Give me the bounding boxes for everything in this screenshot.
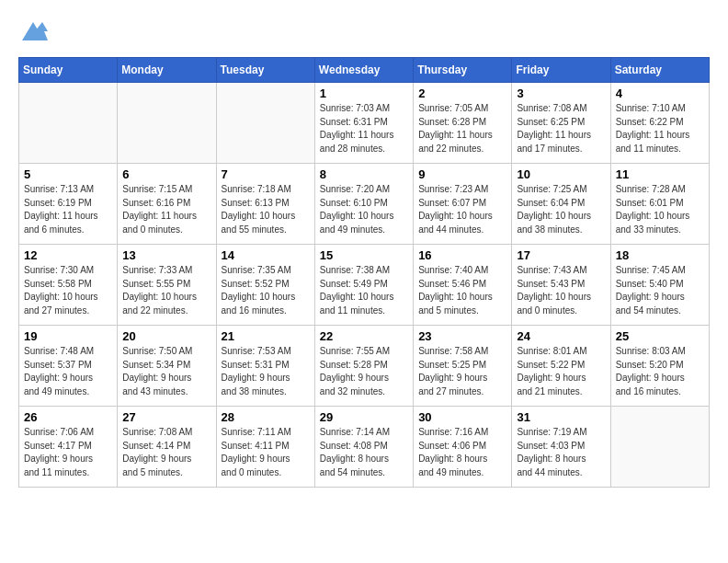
day-info: Sunrise: 7:43 AM Sunset: 5:43 PM Dayligh…	[517, 264, 605, 317]
calendar-cell	[216, 83, 314, 164]
day-info: Sunrise: 7:14 AM Sunset: 4:08 PM Dayligh…	[320, 426, 408, 479]
svg-marker-0	[22, 22, 48, 40]
day-info: Sunrise: 7:28 AM Sunset: 6:01 PM Dayligh…	[616, 183, 704, 236]
calendar-cell: 2Sunrise: 7:05 AM Sunset: 6:28 PM Daylig…	[414, 83, 512, 164]
day-info: Sunrise: 7:08 AM Sunset: 4:14 PM Dayligh…	[122, 426, 210, 479]
day-number: 7	[222, 167, 310, 181]
calendar-cell: 24Sunrise: 8:01 AM Sunset: 5:22 PM Dayli…	[512, 326, 610, 407]
day-number: 14	[222, 248, 310, 262]
calendar-cell	[19, 83, 118, 164]
day-info: Sunrise: 7:11 AM Sunset: 4:11 PM Dayligh…	[222, 426, 310, 479]
day-number: 26	[24, 410, 112, 424]
day-number: 2	[418, 86, 506, 100]
logo	[18, 18, 51, 48]
calendar-cell: 8Sunrise: 7:20 AM Sunset: 6:10 PM Daylig…	[314, 164, 413, 245]
calendar-cell: 18Sunrise: 7:45 AM Sunset: 5:40 PM Dayli…	[610, 245, 709, 326]
calendar-cell: 31Sunrise: 7:19 AM Sunset: 4:03 PM Dayli…	[512, 407, 610, 488]
day-number: 28	[222, 410, 310, 424]
logo-icon	[18, 18, 48, 48]
calendar-cell: 4Sunrise: 7:10 AM Sunset: 6:22 PM Daylig…	[610, 83, 709, 164]
calendar-week-row: 26Sunrise: 7:06 AM Sunset: 4:17 PM Dayli…	[19, 407, 710, 488]
day-info: Sunrise: 7:33 AM Sunset: 5:55 PM Dayligh…	[122, 264, 210, 317]
calendar-cell: 11Sunrise: 7:28 AM Sunset: 6:01 PM Dayli…	[610, 164, 709, 245]
day-info: Sunrise: 7:35 AM Sunset: 5:52 PM Dayligh…	[222, 264, 310, 317]
calendar-cell: 26Sunrise: 7:06 AM Sunset: 4:17 PM Dayli…	[19, 407, 118, 488]
day-number: 23	[418, 329, 506, 343]
calendar-cell: 6Sunrise: 7:15 AM Sunset: 6:16 PM Daylig…	[118, 164, 216, 245]
day-number: 10	[517, 167, 605, 181]
day-number: 8	[320, 167, 408, 181]
day-info: Sunrise: 8:03 AM Sunset: 5:20 PM Dayligh…	[616, 345, 704, 398]
day-info: Sunrise: 7:53 AM Sunset: 5:31 PM Dayligh…	[222, 345, 310, 398]
calendar-cell: 22Sunrise: 7:55 AM Sunset: 5:28 PM Dayli…	[314, 326, 413, 407]
weekday-header: Sunday	[19, 58, 118, 83]
calendar-cell	[118, 83, 216, 164]
day-number: 9	[418, 167, 506, 181]
calendar-week-row: 12Sunrise: 7:30 AM Sunset: 5:58 PM Dayli…	[19, 245, 710, 326]
day-info: Sunrise: 7:30 AM Sunset: 5:58 PM Dayligh…	[24, 264, 112, 317]
day-info: Sunrise: 7:55 AM Sunset: 5:28 PM Dayligh…	[320, 345, 408, 398]
calendar-cell: 10Sunrise: 7:25 AM Sunset: 6:04 PM Dayli…	[512, 164, 610, 245]
day-info: Sunrise: 7:06 AM Sunset: 4:17 PM Dayligh…	[24, 426, 112, 479]
day-number: 20	[122, 329, 210, 343]
day-number: 5	[24, 167, 112, 181]
weekday-header: Thursday	[414, 58, 512, 83]
calendar-cell: 23Sunrise: 7:58 AM Sunset: 5:25 PM Dayli…	[414, 326, 512, 407]
day-info: Sunrise: 7:18 AM Sunset: 6:13 PM Dayligh…	[222, 183, 310, 236]
day-number: 13	[122, 248, 210, 262]
day-info: Sunrise: 7:15 AM Sunset: 6:16 PM Dayligh…	[122, 183, 210, 236]
day-number: 3	[517, 86, 605, 100]
calendar-cell: 27Sunrise: 7:08 AM Sunset: 4:14 PM Dayli…	[118, 407, 216, 488]
page-header	[18, 18, 710, 48]
day-number: 25	[616, 329, 704, 343]
calendar-cell: 15Sunrise: 7:38 AM Sunset: 5:49 PM Dayli…	[314, 245, 413, 326]
day-number: 19	[24, 329, 112, 343]
day-number: 15	[320, 248, 408, 262]
day-number: 18	[616, 248, 704, 262]
calendar-cell: 5Sunrise: 7:13 AM Sunset: 6:19 PM Daylig…	[19, 164, 118, 245]
calendar-week-row: 19Sunrise: 7:48 AM Sunset: 5:37 PM Dayli…	[19, 326, 710, 407]
day-info: Sunrise: 7:50 AM Sunset: 5:34 PM Dayligh…	[122, 345, 210, 398]
day-info: Sunrise: 7:03 AM Sunset: 6:31 PM Dayligh…	[320, 102, 408, 155]
weekday-header: Tuesday	[216, 58, 314, 83]
day-number: 22	[320, 329, 408, 343]
day-number: 11	[616, 167, 704, 181]
calendar-week-row: 1Sunrise: 7:03 AM Sunset: 6:31 PM Daylig…	[19, 83, 710, 164]
day-info: Sunrise: 7:25 AM Sunset: 6:04 PM Dayligh…	[517, 183, 605, 236]
calendar-cell: 25Sunrise: 8:03 AM Sunset: 5:20 PM Dayli…	[610, 326, 709, 407]
day-info: Sunrise: 7:23 AM Sunset: 6:07 PM Dayligh…	[418, 183, 506, 236]
day-number: 21	[222, 329, 310, 343]
day-number: 1	[320, 86, 408, 100]
day-info: Sunrise: 7:40 AM Sunset: 5:46 PM Dayligh…	[418, 264, 506, 317]
day-info: Sunrise: 7:58 AM Sunset: 5:25 PM Dayligh…	[418, 345, 506, 398]
calendar-week-row: 5Sunrise: 7:13 AM Sunset: 6:19 PM Daylig…	[19, 164, 710, 245]
calendar-cell: 3Sunrise: 7:08 AM Sunset: 6:25 PM Daylig…	[512, 83, 610, 164]
calendar-cell: 16Sunrise: 7:40 AM Sunset: 5:46 PM Dayli…	[414, 245, 512, 326]
day-info: Sunrise: 7:08 AM Sunset: 6:25 PM Dayligh…	[517, 102, 605, 155]
calendar-table: SundayMondayTuesdayWednesdayThursdayFrid…	[18, 57, 710, 488]
day-number: 4	[616, 86, 704, 100]
day-number: 27	[122, 410, 210, 424]
day-info: Sunrise: 7:19 AM Sunset: 4:03 PM Dayligh…	[517, 426, 605, 479]
day-info: Sunrise: 7:45 AM Sunset: 5:40 PM Dayligh…	[616, 264, 704, 317]
weekday-header: Saturday	[610, 58, 709, 83]
day-info: Sunrise: 8:01 AM Sunset: 5:22 PM Dayligh…	[517, 345, 605, 398]
day-number: 31	[517, 410, 605, 424]
weekday-header: Friday	[512, 58, 610, 83]
day-number: 29	[320, 410, 408, 424]
calendar-cell: 19Sunrise: 7:48 AM Sunset: 5:37 PM Dayli…	[19, 326, 118, 407]
day-info: Sunrise: 7:05 AM Sunset: 6:28 PM Dayligh…	[418, 102, 506, 155]
day-info: Sunrise: 7:48 AM Sunset: 5:37 PM Dayligh…	[24, 345, 112, 398]
calendar-cell: 7Sunrise: 7:18 AM Sunset: 6:13 PM Daylig…	[216, 164, 314, 245]
weekday-header: Monday	[118, 58, 216, 83]
calendar-cell: 12Sunrise: 7:30 AM Sunset: 5:58 PM Dayli…	[19, 245, 118, 326]
calendar-cell: 21Sunrise: 7:53 AM Sunset: 5:31 PM Dayli…	[216, 326, 314, 407]
day-info: Sunrise: 7:16 AM Sunset: 4:06 PM Dayligh…	[418, 426, 506, 479]
calendar-cell	[610, 407, 709, 488]
calendar-cell: 30Sunrise: 7:16 AM Sunset: 4:06 PM Dayli…	[414, 407, 512, 488]
day-info: Sunrise: 7:13 AM Sunset: 6:19 PM Dayligh…	[24, 183, 112, 236]
day-number: 16	[418, 248, 506, 262]
calendar-cell: 20Sunrise: 7:50 AM Sunset: 5:34 PM Dayli…	[118, 326, 216, 407]
day-info: Sunrise: 7:10 AM Sunset: 6:22 PM Dayligh…	[616, 102, 704, 155]
day-number: 6	[122, 167, 210, 181]
